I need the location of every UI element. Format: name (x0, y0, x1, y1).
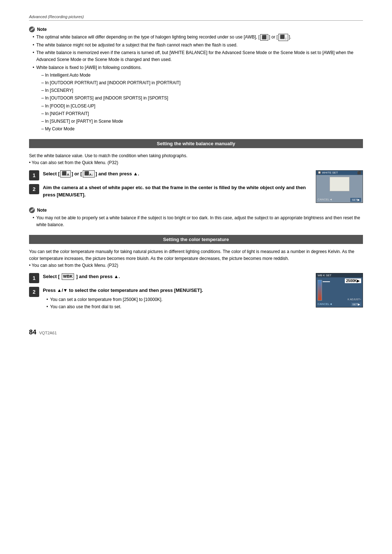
ka-marker (323, 281, 330, 282)
note1-sub-8: My Color Mode (41, 126, 363, 133)
section2-intro: You can set the color temperature manual… (29, 248, 363, 269)
white-set-screen: 🔲 WHITE SET ⬛ CANCEL◄ SET▶ (316, 170, 363, 203)
note-label-2: Note (37, 208, 47, 213)
note-header-1: 🖊 Note (29, 27, 363, 32)
step4-text: Press ▲/▼ to select the color temperatur… (43, 287, 309, 310)
ws-title-text: 🔲 WHITE SET (318, 171, 338, 174)
note-label-1: Note (37, 27, 47, 32)
wb-k-icon: WBK (62, 273, 74, 280)
ka-bottom: CANCEL◄ SET▶ (316, 302, 363, 306)
awb-icon-2: ⬛↓ (278, 34, 288, 41)
section2-steps-column: 1 Select [ WBK ] and then press ▲. 2 Pre… (29, 273, 309, 314)
page-number: 84 (29, 329, 36, 336)
ws-center (316, 175, 363, 193)
ka-scale (318, 280, 322, 301)
section-header-ct: Setting the color temperature (29, 235, 363, 244)
note1-item-2: The white balance might not be adjusted … (33, 42, 363, 49)
wb-icon-sel-1: ⬛A (60, 170, 71, 178)
k-adjust-screen: WB K SET 2500K▶ K ADJUST÷ CANCEL◄ SET▶ (316, 273, 363, 307)
ka-title: WB K SET (316, 273, 363, 277)
note1-item-4: White balance is fixed to [AWB] in follo… (33, 64, 363, 133)
note-section-1: 🖊 Note The optimal white balance will di… (29, 27, 363, 133)
step2-text: Aim the camera at a sheet of white paper… (43, 184, 309, 199)
note1-sub-4: In [OUTDOOR SPORTS] and [INDOOR SPORTS] … (41, 95, 363, 102)
header-title: Advanced (Recording pictures) (29, 15, 84, 19)
page-code: VQT2A61 (39, 331, 57, 335)
note1-sub-7: In [SUNSET] or [PARTY] in Scene Mode (41, 118, 363, 125)
wb-icon-sel-2: ⬛A↓ (83, 170, 95, 178)
note1-sub-2: In [OUTDOOR PORTRAIT] and [INDOOR PORTRA… (41, 80, 363, 86)
page-footer: 84 VQT2A61 (29, 329, 363, 336)
section1-intro: Set the white balance value. Use to matc… (29, 152, 363, 166)
section2-quick-note: • You can also set from the Quick Menu. … (29, 263, 118, 268)
step1-text: Select [⬛A] or [⬛A↓] and then press ▲. (43, 170, 309, 178)
ws-set: SET▶ (350, 198, 361, 202)
section1-step2: 2 Aim the camera at a sheet of white pap… (29, 184, 309, 199)
note-body-2: You may not be able to properly set a wh… (29, 215, 363, 228)
step3-number: 1 (29, 273, 39, 283)
section1-steps-column: 1 Select [⬛A] or [⬛A↓] and then press ▲.… (29, 170, 309, 203)
note1-sub-3: In [SCENERY] (41, 87, 363, 94)
section-header-wb: Setting the white balance manually (29, 139, 363, 148)
section1-step1: 1 Select [⬛A] or [⬛A↓] and then press ▲. (29, 170, 309, 180)
step2-number: 2 (29, 184, 39, 194)
ws-bottom: CANCEL◄ SET▶ (316, 198, 363, 202)
section2-sub-note-2: You can also use the front dial to set. (46, 304, 309, 310)
step4-number: 2 (29, 287, 39, 297)
note-section-2: 🖊 Note You may not be able to properly s… (29, 207, 363, 228)
note1-sub-6: In [NIGHT PORTRAIT] (41, 110, 363, 117)
note-body-1: The optimal white balance will differ de… (29, 34, 363, 133)
section2-step2: 2 Press ▲/▼ to select the color temperat… (29, 287, 309, 310)
note-icon-1: 🖊 (29, 27, 35, 32)
note1-sub-5: In [FOOD] in [CLOSE-UP] (41, 103, 363, 110)
k-adjust-screen-container: WB K SET 2500K▶ K ADJUST÷ CANCEL◄ SET▶ (316, 273, 363, 307)
section1-steps: 1 Select [⬛A] or [⬛A↓] and then press ▲.… (29, 170, 363, 203)
ka-set: SET▶ (351, 302, 361, 306)
ws-title: 🔲 WHITE SET ⬛ (316, 171, 363, 175)
ws-white-box (330, 177, 350, 191)
ka-cancel: CANCEL◄ (318, 302, 332, 306)
step3-text: Select [ WBK ] and then press ▲. (43, 273, 309, 281)
ka-value: 2500K▶ (345, 278, 361, 283)
white-set-screen-container: 🔲 WHITE SET ⬛ CANCEL◄ SET▶ (316, 170, 363, 203)
awb-icon-1: ⬛ (260, 34, 268, 40)
section2-sub-note-1: You can set a color temperature from [25… (46, 296, 309, 303)
note2-item-1: You may not be able to properly set a wh… (33, 215, 363, 228)
note-icon-2: 🖊 (29, 207, 35, 213)
section2-steps: 1 Select [ WBK ] and then press ▲. 2 Pre… (29, 273, 363, 314)
note1-item-3: The white balance is memorized even if t… (33, 49, 363, 63)
step1-number: 1 (29, 170, 39, 180)
note1-sub-1: In Intelligent Auto Mode (41, 72, 363, 79)
note-header-2: 🖊 Note (29, 207, 363, 213)
section1-quick-note: • You can also set from the Quick Menu. … (29, 160, 118, 165)
ka-labels: K ADJUST÷ (348, 298, 361, 301)
section2-step1: 1 Select [ WBK ] and then press ▲. (29, 273, 309, 283)
ws-cancel: CANCEL◄ (318, 198, 332, 202)
note1-item-1: The optimal white balance will differ de… (33, 34, 363, 41)
page-header: Advanced (Recording pictures) (29, 15, 363, 21)
ws-icon: ⬛ (357, 171, 361, 175)
